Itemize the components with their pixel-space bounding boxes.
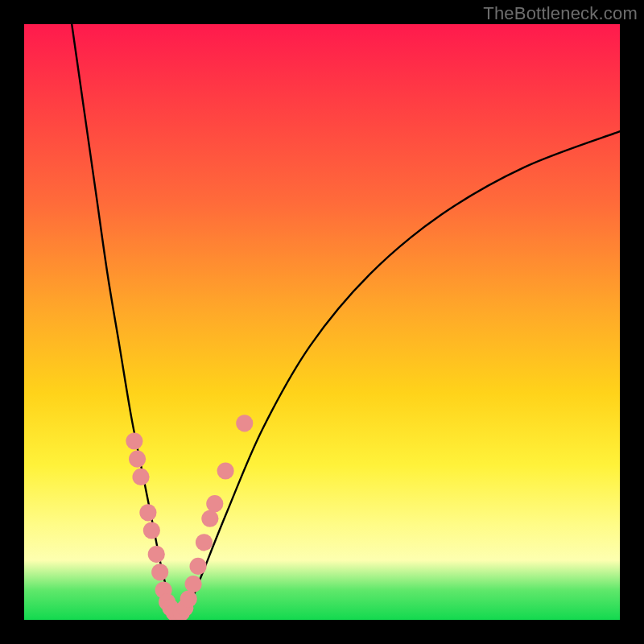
data-marker [143,522,160,539]
data-marker [217,462,234,479]
data-marker [139,504,156,521]
plot-area [24,24,620,620]
data-marker [206,495,223,512]
watermark-text: TheBottleneck.com [483,3,638,24]
data-marker [126,432,142,449]
chart-svg [24,24,620,620]
data-marker [180,591,197,608]
data-marker [201,510,218,527]
data-marker [151,564,168,580]
data-marker [148,546,165,563]
data-marker [132,469,149,485]
data-marker [185,576,202,592]
chart-frame: TheBottleneck.com [0,0,644,644]
data-markers [126,415,253,620]
data-marker [236,415,253,431]
data-marker [196,534,213,551]
data-marker [129,451,146,468]
data-marker [190,558,207,575]
